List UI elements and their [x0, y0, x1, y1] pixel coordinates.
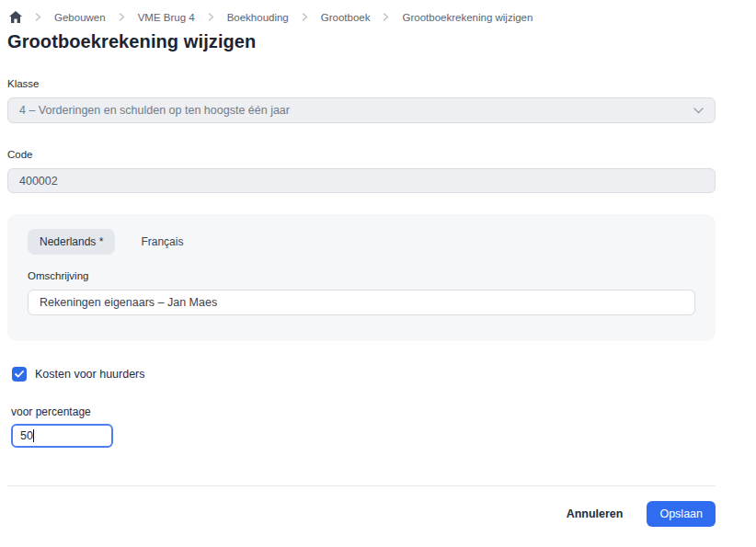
chevron-right-icon: [119, 13, 125, 21]
chevron-right-icon: [208, 13, 214, 21]
percentage-label: voor percentage: [11, 405, 91, 418]
breadcrumb-item-boekhouding[interactable]: Boekhouding: [227, 12, 289, 23]
breadcrumb-item-current: Grootboekrekening wijzigen: [402, 12, 533, 23]
tab-francais[interactable]: Français: [141, 235, 183, 248]
klasse-label: Klasse: [7, 78, 716, 89]
footer-actions: Annuleren Opslaan: [7, 501, 716, 527]
chevron-right-icon: [302, 13, 308, 21]
footer-divider: [7, 485, 716, 486]
main-content: Gebouwen VME Brug 4 Boekhouding Grootboe…: [7, 0, 716, 527]
kosten-checkbox-row[interactable]: Kosten voor huurders: [12, 367, 145, 382]
kosten-section: Kosten voor huurders voor percentage: [7, 354, 716, 478]
code-input[interactable]: [7, 168, 716, 193]
chevron-right-icon: [383, 13, 389, 21]
kosten-checkbox-label: Kosten voor huurders: [35, 368, 145, 381]
breadcrumb: Gebouwen VME Brug 4 Boekhouding Grootboe…: [7, 11, 716, 23]
page-title: Grootboekrekening wijzigen: [7, 31, 716, 52]
breadcrumb-item-grootboek[interactable]: Grootboek: [321, 12, 371, 23]
language-tabs: Nederlands * Français: [28, 229, 695, 255]
code-label: Code: [7, 149, 716, 160]
home-icon[interactable]: [9, 11, 22, 23]
percentage-input[interactable]: [11, 424, 113, 448]
tab-nederlands[interactable]: Nederlands *: [28, 229, 115, 255]
omschrijving-label: Omschrijving: [28, 270, 695, 281]
omschrijving-input[interactable]: [28, 290, 695, 315]
check-icon: [15, 370, 24, 378]
translations-panel: Nederlands * Français Omschrijving: [7, 214, 716, 341]
save-button[interactable]: Opslaan: [647, 501, 716, 527]
chevron-down-icon: [693, 104, 704, 117]
chevron-right-icon: [35, 13, 41, 21]
text-caret: [33, 429, 34, 442]
kosten-checkbox[interactable]: [12, 367, 27, 382]
breadcrumb-item-gebouwen[interactable]: Gebouwen: [54, 12, 106, 23]
klasse-select[interactable]: 4 – Vorderingen en schulden op ten hoogs…: [7, 97, 716, 123]
breadcrumb-item-vme-brug-4[interactable]: VME Brug 4: [138, 12, 195, 23]
cancel-button[interactable]: Annuleren: [565, 502, 625, 526]
klasse-select-value: 4 – Vorderingen en schulden op ten hoogs…: [19, 104, 290, 117]
